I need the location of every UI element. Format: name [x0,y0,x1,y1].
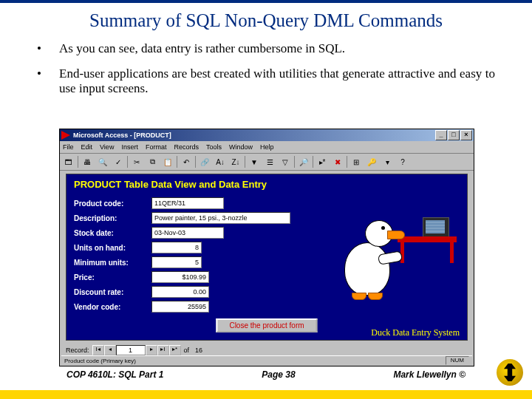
record-number[interactable]: 1 [116,345,146,355]
field-input[interactable]: 03-Nov-03 [151,227,224,239]
field-label: Minimum units: [74,259,151,267]
db-window-icon[interactable]: ⊞ [349,155,364,169]
toolbar: 🗔 🖶 🔍 ✓ ✂ ⧉ 📋 ↶ 🔗 A↓ Z↓ ▼ ☰ ▽ 🔎 ▸* ✖ [60,154,474,171]
window-titlebar: Microsoft Access - [PRODUCT] _ □ × [60,129,474,141]
undo-icon[interactable]: ↶ [179,155,194,169]
sort-desc-icon[interactable]: Z↓ [228,155,243,169]
bullet-list: As you can see, data entry is rather cum… [0,41,532,96]
field-input[interactable]: 5 [151,256,202,268]
filter-icon[interactable]: ▼ [247,155,262,169]
field-label: Description: [74,214,151,222]
relationships-icon[interactable]: 🔑 [364,155,379,169]
ucf-logo-icon [497,359,523,386]
toolbar-button[interactable]: 🗔 [61,155,76,169]
first-record-button[interactable]: I◂ [92,345,104,355]
footer-right: Mark Llewellyn © [393,369,466,380]
field-input[interactable]: 25595 [151,301,209,313]
field-label: Stock date: [74,229,151,237]
menu-item[interactable]: Records [174,143,199,151]
apply-filter-icon[interactable]: ▽ [278,155,293,169]
paste-icon[interactable]: 📋 [160,155,175,169]
new-record-icon[interactable]: ▸* [315,155,330,169]
field-label: Vendor code: [74,303,151,311]
status-bar: Product code (Primary key) NUM [61,355,472,365]
field-label: Units on hand: [74,244,151,252]
menu-item[interactable]: Format [146,143,167,151]
close-form-button[interactable]: Close the product form [216,318,317,332]
field-label: Product code: [74,200,151,208]
window-title: Microsoft Access - [PRODUCT] [73,132,171,139]
menu-item[interactable]: Edit [81,143,93,151]
of-total: 16 [192,347,205,354]
cut-icon[interactable]: ✂ [129,155,144,169]
record-navigator: Record: I◂ ◂ 1 ▸ ▸I ▸* of 16 [63,345,471,355]
record-label: Record: [63,347,92,354]
new-record-button[interactable]: ▸* [169,345,181,355]
slide-footer: COP 4610L: SQL Part 1 Page 38 Mark Llewe… [0,369,532,380]
field-input[interactable]: 11QER/31 [151,197,224,209]
field-input[interactable]: 8 [151,242,202,253]
field-input[interactable]: $109.99 [151,271,209,283]
bullet-item: End-user applications are best created w… [37,66,495,96]
close-button[interactable]: × [460,130,472,140]
field-input[interactable]: Power painter, 15 psi., 3-nozzle [151,212,290,224]
delete-record-icon[interactable]: ✖ [330,155,345,169]
field-input[interactable]: 0.00 [151,286,209,298]
footer-center: Page 38 [262,369,295,380]
preview-icon[interactable]: 🔍 [95,155,110,169]
menu-item[interactable]: View [100,143,114,151]
bullet-item: As you can see, data entry is rather cum… [37,41,495,56]
help-icon[interactable]: ? [395,155,410,169]
form-heading: PRODUCT Table Data View and Data Entry [66,174,467,196]
slide: Summary of SQL Non-Query DML Commands As… [0,0,532,399]
duck-illustration [301,200,457,310]
product-form: PRODUCT Table Data View and Data Entry P… [66,174,468,341]
status-text: Product code (Primary key) [64,358,136,364]
of-label: of [181,347,193,354]
menu-item[interactable]: Window [229,143,253,151]
menu-bar: File Edit View Insert Format Records Too… [60,141,474,154]
next-record-button[interactable]: ▸ [146,345,157,355]
menu-item[interactable]: File [63,143,74,151]
copy-icon[interactable]: ⧉ [145,155,160,169]
maximize-button[interactable]: □ [448,130,460,140]
link-icon[interactable]: 🔗 [197,155,212,169]
menu-item[interactable]: Insert [121,143,138,151]
spell-icon[interactable]: ✓ [111,155,126,169]
access-window: Microsoft Access - [PRODUCT] _ □ × File … [59,129,474,366]
prev-record-button[interactable]: ◂ [104,345,116,355]
monitor-icon [423,217,449,238]
menu-item[interactable]: Tools [206,143,222,151]
print-icon[interactable]: 🖶 [80,155,95,169]
menu-item[interactable]: Help [260,143,274,151]
dropdown-icon[interactable]: ▾ [380,155,395,169]
find-icon[interactable]: 🔎 [296,155,311,169]
sort-asc-icon[interactable]: A↓ [213,155,228,169]
access-icon [61,131,70,140]
last-record-button[interactable]: ▸I [157,345,169,355]
duck-caption: Duck Data Entry System [371,327,460,338]
field-label: Price: [74,273,151,282]
minimize-button[interactable]: _ [435,130,447,140]
footer-left: COP 4610L: SQL Part 1 [66,369,163,380]
filter-form-icon[interactable]: ☰ [262,155,277,169]
slide-title: Summary of SQL Non-Query DML Commands [0,10,532,31]
field-label: Discount rate: [74,288,151,296]
status-numlock: NUM [446,356,469,365]
